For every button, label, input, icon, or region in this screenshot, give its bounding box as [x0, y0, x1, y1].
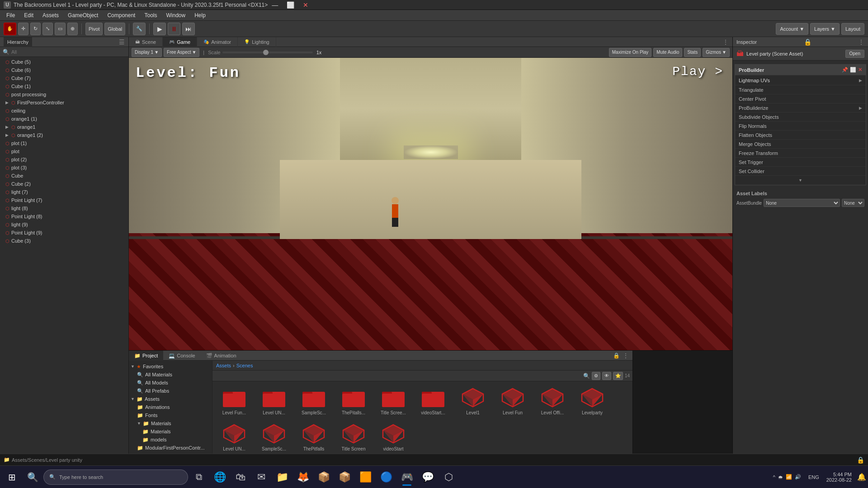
list-item[interactable]: ⬡ orange1 (1)	[0, 115, 128, 123]
pause-button[interactable]: ⏸	[168, 23, 180, 35]
pb-probuilderize[interactable]: ProBuilderize ▶	[735, 103, 866, 113]
breadcrumb-scenes[interactable]: Scenes	[236, 363, 253, 368]
list-item[interactable]: ⬡ light (8)	[0, 204, 128, 212]
all-models-item[interactable]: 🔍 All Models	[129, 379, 212, 387]
asset-scene-thepitfalls[interactable]: ThePitfalls	[296, 421, 332, 454]
modular-fps-folder[interactable]: 📁 ModularFirstPersonContr...	[129, 444, 212, 452]
list-item[interactable]: ⬡ Cube (3)	[0, 237, 128, 245]
pb-flip-normals[interactable]: Flip Normals	[735, 122, 866, 131]
breadcrumb-assets[interactable]: Assets	[216, 363, 231, 368]
stats-btn[interactable]: Stats	[684, 48, 701, 57]
list-item[interactable]: ⬡ Cube (2)	[0, 180, 128, 188]
tab-animator[interactable]: 🎭 Animator	[197, 37, 238, 47]
all-prefabs-item[interactable]: 🔍 All Prefabs	[129, 387, 212, 395]
asset-scene-levelparty[interactable]: Levelparty	[574, 385, 610, 418]
asset-folder-samplesc[interactable]: SampleSc...	[296, 385, 332, 418]
asset-scene-samplesc[interactable]: SampleSc...	[256, 421, 292, 454]
tab-lighting[interactable]: 💡 Lighting	[238, 37, 276, 47]
inspector-options[interactable]: ⋮	[858, 38, 864, 46]
inspector-lock[interactable]: 🔒	[804, 38, 811, 46]
pb-triangulate[interactable]: Triangulate	[735, 85, 866, 94]
search-button[interactable]: 🔍	[23, 467, 42, 487]
pb-set-trigger[interactable]: Set Trigger	[735, 158, 866, 167]
hierarchy-search-input[interactable]	[11, 49, 126, 55]
list-item[interactable]: ⬡ Cube (7)	[0, 74, 128, 82]
assets-root[interactable]: ▼ 📁 Assets	[129, 395, 212, 403]
open-button[interactable]: Open	[845, 50, 864, 58]
tab-project[interactable]: 📁 Project	[129, 351, 163, 361]
filter-btn[interactable]: ⚙	[592, 372, 600, 380]
folder-app[interactable]: 📁	[272, 467, 292, 487]
maximize-btn[interactable]: Maximize On Play	[609, 48, 652, 57]
animations-folder[interactable]: 📁 Animations	[129, 403, 212, 411]
layout-button[interactable]: Layout	[841, 23, 864, 35]
asset-folder-levelun[interactable]: Level UN...	[256, 385, 292, 418]
hand-tool[interactable]: ✋	[4, 23, 16, 35]
step-button[interactable]: ⏭	[182, 23, 195, 35]
pb-flatten[interactable]: Flatten Objects	[735, 131, 866, 140]
scale-slider-handle[interactable]	[263, 50, 269, 55]
global-button[interactable]: Global	[104, 23, 125, 35]
asset-scene-levelfun[interactable]: Level Fun	[495, 385, 531, 418]
start-button[interactable]: ⊞	[2, 467, 22, 487]
pb-pin[interactable]: 📌	[842, 67, 848, 73]
pb-scroll-down[interactable]: ▼	[735, 176, 866, 185]
unity-app[interactable]: ⬡	[439, 467, 458, 487]
play-button[interactable]: ▶	[153, 23, 166, 35]
asset-bundle-dropdown[interactable]: None	[764, 199, 840, 207]
pb-merge[interactable]: Merge Objects	[735, 140, 866, 149]
asset-folder-pitfalls[interactable]: ThePitalls...	[335, 385, 372, 418]
options-icon[interactable]: ⋮	[623, 352, 629, 359]
list-item[interactable]: ⬡ Cube (1)	[0, 82, 128, 90]
display-selector[interactable]: Display 1 ▼	[132, 48, 162, 57]
list-item[interactable]: ⬡ plot (2)	[0, 155, 128, 164]
aspect-selector[interactable]: Free Aspect ▼	[164, 48, 199, 57]
list-item[interactable]: ⬡ plot (3)	[0, 164, 128, 172]
minimize-button[interactable]: —	[268, 0, 282, 10]
chrome-app[interactable]: 🔵	[376, 467, 396, 487]
custom-tool[interactable]: 🔧	[133, 23, 146, 35]
tab-animation[interactable]: 🎬 Animation	[201, 351, 242, 361]
list-item[interactable]: ⬡ light (9)	[0, 221, 128, 229]
menu-help[interactable]: Help	[190, 10, 210, 21]
asset-bundle-variant-dropdown[interactable]: None	[842, 199, 864, 207]
steam-app[interactable]: 🎮	[397, 467, 417, 487]
pb-lightmap-uvs[interactable]: Lightmap UVs ▶	[735, 75, 866, 85]
models-sub[interactable]: 📁 models	[129, 436, 212, 444]
gizmos-btn[interactable]: Gizmos ▼	[703, 48, 730, 57]
layers-button[interactable]: Layers ▼	[810, 23, 840, 35]
transform-tool[interactable]: ⊕	[67, 23, 78, 35]
list-item[interactable]: ⬡ Point Light (8)	[0, 212, 128, 221]
dropbox-app[interactable]: 📦	[314, 467, 334, 487]
discord-app[interactable]: 💬	[418, 467, 438, 487]
menu-gameobject[interactable]: GameObject	[63, 10, 103, 21]
asset-scene-levelun[interactable]: Level UN...	[216, 421, 252, 454]
list-item[interactable]: ⬡ plot	[0, 147, 128, 155]
volume-icon[interactable]: 🔊	[795, 474, 801, 480]
maximize-button[interactable]: ⬜	[283, 0, 297, 10]
browser-app[interactable]: 🦊	[293, 467, 313, 487]
close-button[interactable]: ✕	[298, 0, 313, 10]
asset-scene-titlescreen[interactable]: Title Screen	[335, 421, 372, 454]
taskbar-search[interactable]: 🔍 Type here to search	[43, 469, 188, 485]
office-app[interactable]: 🟧	[355, 467, 375, 487]
list-item[interactable]: ⬡ post processing	[0, 90, 128, 99]
notification-btn[interactable]: 🔔	[857, 473, 866, 481]
menu-file[interactable]: File	[2, 10, 19, 21]
list-item[interactable]: ⬡ ceiling	[0, 107, 128, 115]
menu-component[interactable]: Component	[103, 10, 140, 21]
pb-close[interactable]: ✕	[858, 67, 862, 73]
list-item[interactable]: ▶ ⬡ orange1	[0, 123, 128, 131]
menu-assets[interactable]: Assets	[38, 10, 63, 21]
asset-folder-titlescreen[interactable]: Title Scree...	[375, 385, 411, 418]
pb-set-collider[interactable]: Set Collider	[735, 167, 866, 176]
list-item[interactable]: ⬡ Point Light (9)	[0, 229, 128, 237]
pb-freeze-transform[interactable]: Freeze Transform	[735, 149, 866, 158]
list-item[interactable]: ⬡ plot (1)	[0, 139, 128, 147]
sort-btn[interactable]: ⭐	[613, 372, 623, 380]
list-item[interactable]: ⬡ Cube (5)	[0, 58, 128, 66]
amazon-app[interactable]: 📦	[335, 467, 354, 487]
rotate-tool[interactable]: ↻	[30, 23, 41, 35]
hierarchy-options[interactable]: ☰	[119, 38, 125, 46]
tab-console[interactable]: 💻 Console	[163, 351, 200, 361]
